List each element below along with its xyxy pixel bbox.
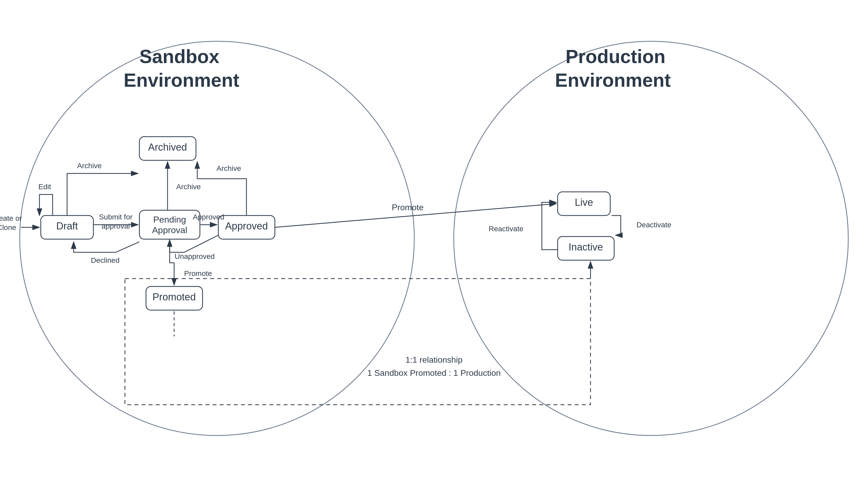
sandbox-label: Sandbox <box>140 46 219 67</box>
edit-label: Edit <box>38 183 51 191</box>
submit-approval-label-1: Submit for <box>99 213 132 221</box>
edit-arrow <box>39 195 53 215</box>
reactivate-label: Reactivate <box>489 225 523 233</box>
production-label-2: Environment <box>555 70 671 91</box>
relationship-sublabel: 1 Sandbox Promoted : 1 Production <box>368 368 501 378</box>
sandbox-label-2: Environment <box>124 70 239 91</box>
submit-approval-label-2: approval <box>101 222 130 230</box>
promoted-label: Promoted <box>153 292 196 303</box>
declined-label: Declined <box>91 256 120 264</box>
inactive-label: Inactive <box>569 241 603 252</box>
production-circle <box>454 41 848 436</box>
draft-archive-label: Archive <box>77 162 101 170</box>
create-clone-label-2: Clone <box>0 224 16 232</box>
pending-promote-label: Promote <box>184 269 212 277</box>
relationship-label: 1:1 relationship <box>405 355 462 365</box>
diagram-container: Sandbox Environment Production Environme… <box>0 0 868 477</box>
draft-archive-arrow <box>67 173 138 215</box>
approved-archive-label: Archive <box>216 164 241 172</box>
pending-approval-label-1: Pending <box>153 214 186 225</box>
reactivate-arrow <box>542 202 558 250</box>
live-label: Live <box>575 197 593 208</box>
archived-label: Archived <box>148 142 187 153</box>
production-label: Production <box>565 46 665 67</box>
deactivate-label: Deactivate <box>637 221 671 229</box>
approved-label: Approved <box>225 220 268 232</box>
promote-label: Promote <box>392 203 424 212</box>
pending-archive-label: Archive <box>176 183 201 191</box>
draft-label: Draft <box>56 220 78 232</box>
unapproved-label: Unapproved <box>175 252 215 261</box>
pending-approval-label-2: Approval <box>152 225 187 235</box>
deactivate-arrow <box>612 215 621 235</box>
pending-approved-label: Approved <box>193 213 224 221</box>
create-clone-label-1: Create or <box>0 214 22 222</box>
declined-arrow <box>74 242 140 252</box>
